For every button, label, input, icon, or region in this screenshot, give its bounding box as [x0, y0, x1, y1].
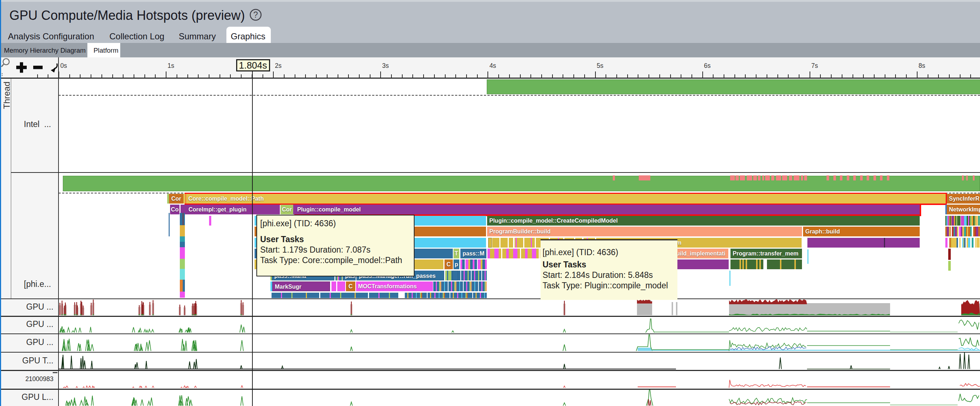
svg-text:?: ?: [253, 10, 258, 19]
